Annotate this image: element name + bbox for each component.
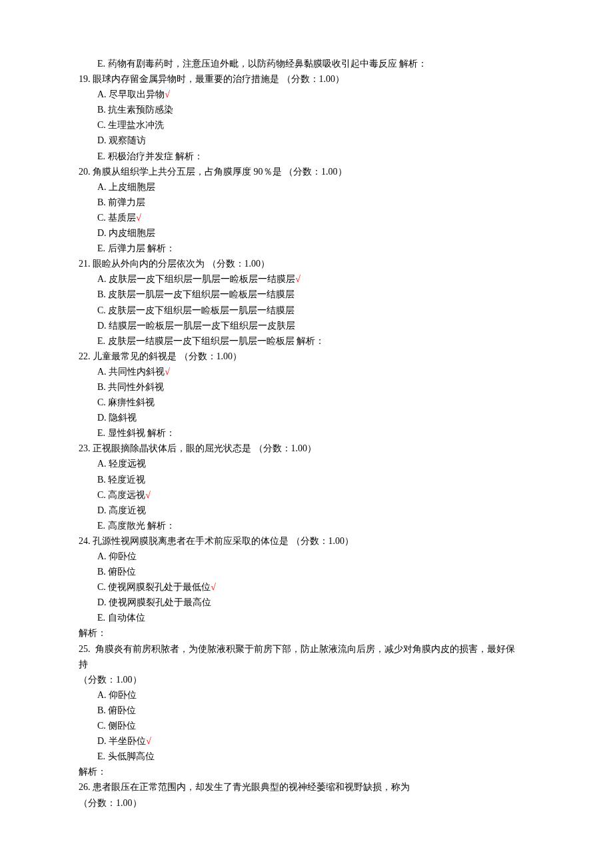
question-text: 正视眼摘除晶状体后，眼的屈光状态是 （分数：1.00）	[93, 443, 316, 453]
option-label: A.	[97, 274, 107, 284]
option-label: B.	[97, 475, 106, 485]
option-label: D.	[97, 135, 107, 145]
option-label: D.	[97, 321, 107, 331]
option-label: B.	[97, 197, 106, 207]
option-label: C.	[97, 490, 106, 500]
option-text: 自动体位	[108, 613, 145, 623]
option-D: D. 高度近视	[79, 503, 534, 518]
option-text: 皮肤层一肌层一皮下组织层一睑板层一结膜层	[108, 289, 295, 299]
question-22: 22. 儿童最常见的斜视是 （分数：1.00）	[79, 349, 534, 364]
question-text: 患者眼压在正常范围内，却发生了青光眼典型的视神经萎缩和视野缺损，称为	[93, 782, 410, 792]
question-25: 25. 角膜炎有前房积脓者，为使脓液积聚于前房下部，防止脓液流向后房，减少对角膜…	[79, 641, 534, 657]
option-label: A.	[97, 459, 107, 469]
option-text: 侧卧位	[108, 721, 136, 731]
question-number: 26.	[79, 782, 91, 792]
question-extra-line: 持	[79, 657, 534, 672]
option-text: 生理盐水冲洗	[108, 120, 164, 130]
option-C: C. 麻痹性斜视	[79, 395, 534, 410]
option-B: B. 抗生素预防感染	[79, 102, 534, 117]
option-text: 仰卧位	[109, 551, 137, 561]
question-number: 24.	[79, 536, 91, 546]
option-C: C. 高度远视√	[79, 487, 534, 503]
option-text: 皮肤层一皮下组织层一肌层一睑板层一结膜层	[109, 274, 295, 284]
option-E: E. 积极治疗并发症 解析：	[79, 149, 534, 164]
option-D: D. 隐斜视	[79, 410, 534, 425]
option-A: A. 仰卧位	[79, 549, 534, 564]
option-text: 皮肤层一皮下组织层一睑板层一肌层一结膜层	[108, 305, 295, 315]
option-text: 后弹力层 解析：	[108, 243, 176, 253]
correct-mark-icon: √	[295, 274, 301, 284]
option-label: A.	[97, 367, 107, 377]
correct-mark-icon: √	[211, 582, 216, 592]
correct-mark-icon: √	[145, 490, 151, 500]
question-text-continuation: （分数：1.00）	[79, 675, 142, 685]
question-24: 24. 孔源性视网膜脱离患者在手术前应采取的体位是 （分数：1.00）	[79, 533, 534, 549]
question-number: 21.	[79, 259, 91, 269]
option-text: 轻度远视	[109, 459, 146, 469]
option-text: 使视网膜裂孔处于最高位	[109, 597, 211, 607]
question-number: 19.	[79, 74, 91, 84]
option-C: C. 侧卧位	[79, 718, 534, 733]
option-label: C.	[97, 582, 106, 592]
analysis-text: 解析：	[79, 767, 107, 777]
question-26: 26. 患者眼压在正常范围内，却发生了青光眼典型的视神经萎缩和视野缺损，称为	[79, 779, 534, 795]
question-number: 23.	[79, 443, 91, 453]
prev-question-option-e: E. 药物有剧毒药时，注意压迫外毗，以防药物经鼻黏膜吸收引起中毒反应 解析：	[79, 56, 534, 71]
analysis-label: 解析：	[79, 764, 534, 779]
option-A: A. 皮肤层一皮下组织层一肌层一睑板层一结膜层√	[79, 271, 534, 287]
option-B: B. 俯卧位	[79, 703, 534, 718]
question-number: 20.	[79, 167, 91, 177]
option-text: 俯卧位	[108, 567, 136, 577]
option-B: B. 轻度近视	[79, 472, 534, 487]
option-label: C.	[97, 213, 106, 223]
question-text: 儿童最常见的斜视是 （分数：1.00）	[93, 351, 242, 361]
option-D: D. 观察随访	[79, 133, 534, 148]
option-label: A.	[97, 182, 107, 192]
option-label: E.	[97, 243, 105, 253]
option-text: 积极治疗并发症 解析：	[108, 151, 204, 161]
option-text: 高度散光 解析：	[108, 521, 176, 531]
correct-mark-icon: √	[136, 213, 141, 223]
option-E: E. 头低脚高位	[79, 749, 534, 764]
option-E: E. 皮肤层一结膜层一皮下组织层一肌层一睑板层 解析：	[79, 333, 534, 349]
option-A: A. 共同性内斜视√	[79, 364, 534, 379]
option-label: A.	[97, 690, 107, 700]
option-text: 内皮细胞层	[109, 228, 155, 238]
option-label: B.	[97, 705, 106, 715]
correct-mark-icon: √	[165, 367, 170, 377]
option-text: 高度远视	[108, 490, 145, 500]
question-21: 21. 眼睑从外向内的分层依次为 （分数：1.00）	[79, 256, 534, 271]
option-label: D.	[97, 597, 107, 607]
option-label: B.	[97, 289, 106, 299]
option-label: B.	[97, 567, 106, 577]
option-label: C.	[97, 120, 106, 130]
option-text: 轻度近视	[108, 475, 145, 485]
correct-mark-icon: √	[165, 89, 170, 99]
question-extra-line: （分数：1.00）	[79, 672, 534, 687]
option-label: E.	[97, 751, 105, 761]
question-text: 角膜从组织学上共分五层，占角膜厚度 90％是 （分数：1.00）	[93, 167, 347, 177]
option-text: 麻痹性斜视	[108, 397, 155, 407]
option-D: D. 半坐卧位√	[79, 733, 534, 749]
question-19: 19. 眼球内存留金属异物时，最重要的治疗措施是 （分数：1.00）	[79, 71, 534, 87]
question-text-continuation: 持	[79, 659, 88, 669]
option-text: 抗生素预防感染	[108, 105, 173, 115]
question-text: 角膜炎有前房积脓者，为使脓液积聚于前房下部，防止脓液流向后房，减少对角膜内皮的损…	[95, 644, 515, 654]
option-label: D.	[97, 413, 107, 423]
option-D: D. 内皮细胞层	[79, 225, 534, 241]
option-text: 半坐卧位	[109, 736, 146, 746]
question-20: 20. 角膜从组织学上共分五层，占角膜厚度 90％是 （分数：1.00）	[79, 164, 534, 179]
option-C: C. 使视网膜裂孔处于最低位√	[79, 579, 534, 595]
option-B: B. 俯卧位	[79, 564, 534, 579]
option-text: 共同性内斜视	[109, 367, 165, 377]
option-label: A.	[97, 551, 107, 561]
option-D: D. 结膜层一睑板层一肌层一皮下组织层一皮肤层	[79, 318, 534, 333]
option-label: E.	[97, 613, 105, 623]
option-C: C. 生理盐水冲洗	[79, 117, 534, 133]
option-text: 仰卧位	[109, 690, 137, 700]
option-C: C. 基质层√	[79, 210, 534, 225]
option-text: 前弹力层	[108, 197, 145, 207]
option-B: B. 共同性外斜视	[79, 379, 534, 395]
option-E: E. 后弹力层 解析：	[79, 241, 534, 256]
option-A: A. 尽早取出异物√	[79, 87, 534, 102]
